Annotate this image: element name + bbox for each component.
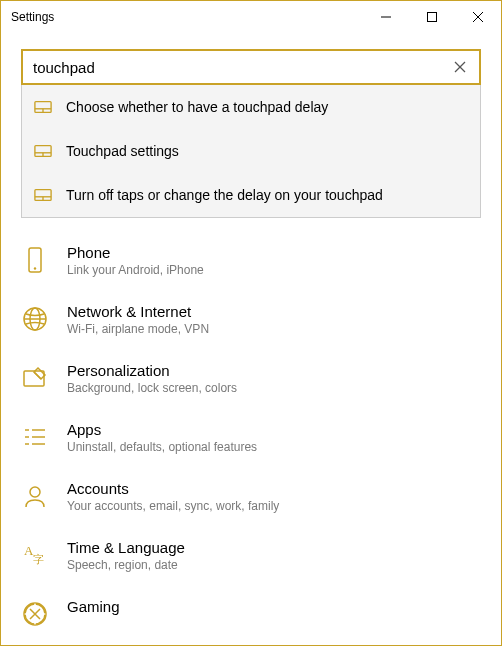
window-controls: [363, 1, 501, 33]
search-input[interactable]: [33, 59, 451, 76]
titlebar: Settings: [1, 1, 501, 33]
category-personalization[interactable]: Personalization Background, lock screen,…: [21, 350, 481, 409]
svg-line-21: [34, 372, 41, 379]
gaming-icon: [21, 600, 49, 628]
suggestion-item[interactable]: Turn off taps or change the delay on you…: [22, 173, 480, 217]
category-network[interactable]: Network & Internet Wi-Fi, airplane mode,…: [21, 291, 481, 350]
maximize-icon: [427, 12, 437, 22]
time-language-icon: A字: [21, 541, 49, 569]
category-subtitle: Uninstall, defaults, optional features: [67, 440, 257, 454]
apps-icon: [21, 423, 49, 451]
settings-categories: Phone Link your Android, iPhone Network …: [1, 218, 501, 642]
svg-rect-1: [428, 13, 437, 22]
touchpad-icon: [34, 144, 52, 158]
phone-icon: [21, 246, 49, 274]
category-accounts[interactable]: Accounts Your accounts, email, sync, wor…: [21, 468, 481, 527]
svg-text:字: 字: [33, 553, 44, 565]
clear-search-button[interactable]: [451, 58, 469, 76]
search-suggestions: Choose whether to have a touchpad delay …: [21, 85, 481, 218]
category-title: Phone: [67, 244, 204, 261]
category-subtitle: Speech, region, date: [67, 558, 185, 572]
suggestion-item[interactable]: Choose whether to have a touchpad delay: [22, 85, 480, 129]
category-title: Gaming: [67, 598, 120, 615]
personalization-icon: [21, 364, 49, 392]
suggestion-label: Touchpad settings: [66, 143, 179, 159]
category-apps[interactable]: Apps Uninstall, defaults, optional featu…: [21, 409, 481, 468]
category-title: Apps: [67, 421, 257, 438]
close-button[interactable]: [455, 1, 501, 33]
suggestion-label: Choose whether to have a touchpad delay: [66, 99, 328, 115]
suggestion-label: Turn off taps or change the delay on you…: [66, 187, 383, 203]
search-box: [21, 49, 481, 85]
touchpad-icon: [34, 188, 52, 202]
maximize-button[interactable]: [409, 1, 455, 33]
category-title: Time & Language: [67, 539, 185, 556]
close-icon: [473, 12, 483, 22]
category-title: Personalization: [67, 362, 237, 379]
category-subtitle: Your accounts, email, sync, work, family: [67, 499, 279, 513]
globe-icon: [21, 305, 49, 333]
category-title: Network & Internet: [67, 303, 209, 320]
minimize-icon: [381, 12, 391, 22]
category-subtitle: Link your Android, iPhone: [67, 263, 204, 277]
category-subtitle: Background, lock screen, colors: [67, 381, 237, 395]
suggestion-item[interactable]: Touchpad settings: [22, 129, 480, 173]
category-title: Accounts: [67, 480, 279, 497]
x-icon: [454, 61, 466, 73]
accounts-icon: [21, 482, 49, 510]
category-subtitle: Wi-Fi, airplane mode, VPN: [67, 322, 209, 336]
svg-point-16: [34, 267, 36, 269]
category-gaming[interactable]: Gaming: [21, 586, 481, 642]
minimize-button[interactable]: [363, 1, 409, 33]
search-container: Choose whether to have a touchpad delay …: [21, 49, 481, 218]
category-phone[interactable]: Phone Link your Android, iPhone: [21, 232, 481, 291]
window-title: Settings: [11, 10, 54, 24]
category-time-language[interactable]: A字 Time & Language Speech, region, date: [21, 527, 481, 586]
svg-point-28: [30, 487, 40, 497]
touchpad-icon: [34, 100, 52, 114]
